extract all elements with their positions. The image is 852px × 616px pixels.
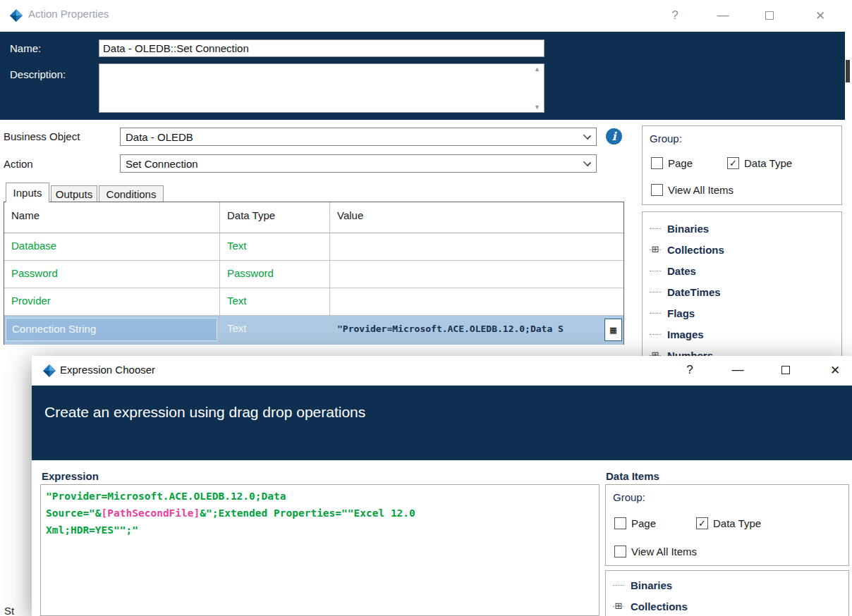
maximize-button[interactable]	[774, 359, 798, 381]
help-button[interactable]: ?	[678, 359, 702, 381]
tab-outputs[interactable]: Outputs	[51, 185, 97, 202]
tree-item-flags[interactable]: Flags	[650, 302, 833, 324]
checkbox-box[interactable]	[651, 157, 663, 169]
tree-branch-line	[650, 250, 661, 250]
screen: Action Properties ? — ✕ Name: Descriptio…	[0, 0, 852, 616]
param-name[interactable]: Password	[4, 261, 220, 288]
tree-item-label: Flags	[667, 307, 695, 319]
scroll-down-icon[interactable]: ▼	[534, 104, 540, 111]
tree-item-collections[interactable]: ⊞ Collections	[613, 596, 796, 616]
tree-branch-line	[650, 313, 661, 314]
description-label: Description:	[10, 68, 66, 80]
checkbox-box[interactable]	[614, 517, 626, 529]
checkbox-view-all-items[interactable]: View All Items	[651, 184, 734, 196]
table-row[interactable]: Password Password	[4, 261, 623, 288]
tree-branch-line	[650, 271, 661, 271]
business-object-dropdown[interactable]: Data - OLEDB	[120, 128, 597, 146]
column-header-datatype: Data Type	[220, 202, 330, 233]
tree-item-label: DateTimes	[667, 286, 721, 298]
tab-conditions[interactable]: Conditions	[99, 185, 164, 202]
checkbox-data-type[interactable]: ✓ Data Type	[727, 157, 792, 169]
window-title: Expression Chooser	[60, 364, 155, 376]
tree-item-binaries[interactable]: Binaries	[650, 218, 833, 239]
blue-prism-icon	[43, 364, 56, 377]
param-value[interactable]	[330, 261, 623, 288]
tree-item-images[interactable]: Images	[650, 324, 833, 345]
stage-partial-label: St	[4, 605, 14, 616]
param-value[interactable]: "Provider=Microsoft.ACE.OLEDB.12.0;Data …	[330, 316, 623, 345]
tree-item-label: Binaries	[631, 579, 672, 591]
data-items-tree: Binaries ⊞ Collections Dates DateTimes F…	[642, 211, 842, 364]
checkbox-box[interactable]: ✓	[727, 157, 739, 169]
tree-branch-line	[613, 606, 624, 607]
checkbox-page[interactable]: Page	[614, 517, 656, 529]
tree-item-dates[interactable]: Dates	[650, 260, 833, 281]
dialog-banner: Create an expression using drag drop ope…	[32, 386, 852, 460]
name-label: Name:	[10, 42, 41, 54]
table-row[interactable]: Provider Text	[4, 288, 623, 316]
window-title: Action Properties	[28, 8, 109, 20]
table-header-row: Name Data Type Value	[4, 202, 623, 233]
minimize-button[interactable]: —	[726, 359, 750, 381]
param-type: Password	[220, 261, 330, 288]
param-value[interactable]	[330, 288, 623, 316]
group-panel: Group: Page ✓ Data Type View All Items	[605, 484, 849, 566]
tree-item-collections[interactable]: ⊞ Collections	[650, 239, 833, 260]
action-properties-titlebar: Action Properties ? — ✕	[0, 0, 852, 32]
action-label: Action	[4, 158, 33, 170]
table-row[interactable]: Database Text	[4, 233, 623, 261]
background-window-fragment	[846, 60, 850, 82]
data-item-reference[interactable]: [PathSecondFile]	[102, 507, 200, 519]
expression-line: Source="&	[46, 507, 102, 519]
tree-item-binaries[interactable]: Binaries	[613, 574, 796, 596]
action-dropdown[interactable]: Set Connection	[120, 154, 597, 173]
checkbox-label: Page	[631, 517, 656, 529]
expression-editor[interactable]: "Provider=Microsoft.ACE.OLEDB.12.0;DataS…	[40, 484, 600, 616]
table-row-selected[interactable]: Connection String Text "Provider=Microso…	[4, 316, 623, 345]
expression-chooser-titlebar: Expression Chooser ? — ✕	[32, 356, 852, 386]
maximize-button[interactable]	[757, 4, 781, 27]
checkbox-box[interactable]	[651, 184, 663, 196]
calculator-icon: ▦	[610, 324, 616, 336]
expression-label: Expression	[42, 470, 99, 482]
info-icon[interactable]: i	[606, 128, 622, 144]
tree-item-datetimes[interactable]: DateTimes	[650, 281, 833, 302]
expression-line: Xml;HDR=YES"";"	[46, 524, 138, 536]
close-button[interactable]: ✕	[823, 359, 847, 381]
scroll-up-icon[interactable]: ▲	[534, 66, 540, 73]
checkbox-box[interactable]: ✓	[696, 517, 708, 529]
name-input[interactable]	[99, 39, 544, 57]
help-button[interactable]: ?	[663, 4, 687, 27]
param-name-cell[interactable]: Connection String	[4, 316, 220, 345]
check-mark: ✓	[729, 159, 737, 168]
tree-item-label: Binaries	[667, 223, 709, 235]
checkbox-box[interactable]	[614, 546, 626, 558]
param-name-editor[interactable]: Connection String	[6, 318, 217, 341]
tree-item-label: Images	[667, 328, 704, 340]
checkbox-label: Data Type	[713, 517, 761, 529]
expression-editor-button[interactable]: ▦	[604, 319, 622, 341]
chevron-down-icon	[583, 159, 591, 166]
checkbox-view-all-items[interactable]: View All Items	[614, 546, 697, 558]
tree-branch-line	[613, 585, 624, 586]
column-header-value: Value	[330, 202, 623, 233]
param-type: Text	[220, 233, 330, 261]
description-input[interactable]: ▲ ▼	[99, 63, 544, 113]
tab-inputs[interactable]: Inputs	[6, 183, 49, 202]
checkbox-data-type[interactable]: ✓ Data Type	[696, 517, 761, 529]
minimize-button[interactable]: —	[711, 4, 735, 27]
checkbox-label: View All Items	[668, 184, 734, 196]
checkbox-label: Data Type	[744, 157, 792, 169]
close-button[interactable]: ✕	[808, 4, 832, 27]
param-type: Text	[220, 316, 330, 345]
data-items-tree: Binaries ⊞ Collections	[605, 570, 849, 616]
expression-line: &";Extended Properties=""Excel 12.0	[200, 507, 415, 519]
checkbox-page[interactable]: Page	[651, 157, 693, 169]
param-name[interactable]: Provider	[4, 288, 220, 316]
description-scrollbar[interactable]: ▲ ▼	[532, 66, 542, 111]
param-name[interactable]: Database	[4, 233, 220, 261]
tree-item-label: Collections	[631, 600, 688, 612]
param-value[interactable]	[330, 233, 623, 261]
inputs-table: Name Data Type Value Database Text Passw…	[4, 202, 624, 345]
chevron-down-icon	[583, 132, 591, 140]
